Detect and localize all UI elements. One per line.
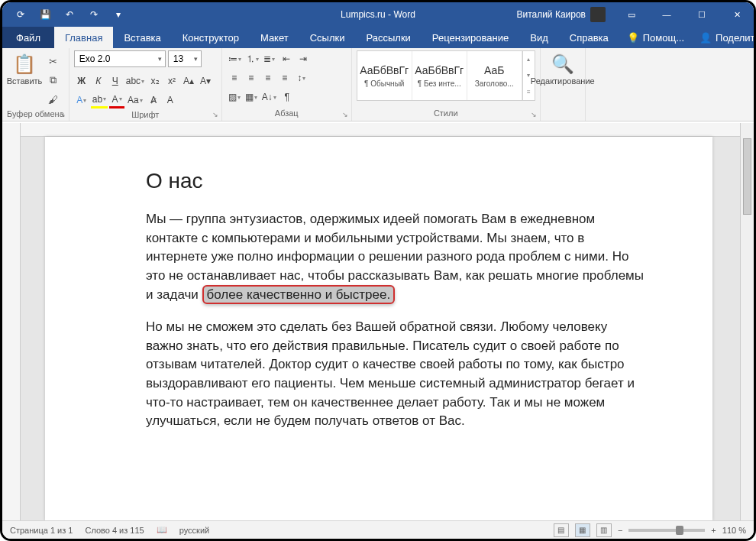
group-clipboard: 📋 Вставить ✂ ⧉ 🖌 Буфер обмена ↘ (2, 48, 69, 121)
ribbon-options-icon[interactable]: ▭ (615, 3, 648, 26)
zoom-level[interactable]: 110 % (722, 526, 746, 535)
bullets-button[interactable]: ≔ (227, 50, 243, 67)
tab-review[interactable]: Рецензирование (422, 27, 519, 48)
italic-button[interactable]: К (91, 73, 106, 89)
lightbulb-icon: 💡 (627, 32, 639, 44)
page-count[interactable]: Страница 1 из 1 (10, 526, 73, 535)
save-icon[interactable]: 💾 (34, 4, 56, 25)
shading-button[interactable]: ▨ (227, 89, 242, 105)
account-user[interactable]: Виталий Каиров (509, 7, 613, 22)
doc-paragraph-2: Но мы не сможем это сделать без Вашей об… (146, 318, 645, 431)
zoom-in-icon[interactable]: + (711, 526, 716, 535)
autosave-icon[interactable]: ⟳ (10, 4, 31, 25)
ruler-horizontal[interactable] (21, 123, 740, 137)
editing-label: Редактирование (531, 76, 595, 86)
close-icon[interactable]: ✕ (720, 3, 754, 26)
word-count[interactable]: Слово 4 из 115 (85, 526, 144, 535)
editing-button[interactable]: 🔍 Редактирование (545, 50, 580, 86)
document-title: Lumpics.ru - Word (341, 9, 415, 20)
scroll-thumb[interactable] (743, 138, 751, 215)
tab-mailings[interactable]: Рассылки (355, 27, 421, 48)
justify-button[interactable]: ≡ (277, 70, 292, 86)
align-left-button[interactable]: ≡ (227, 70, 242, 86)
increase-indent-button[interactable]: ⇥ (296, 50, 311, 67)
superscript-button[interactable]: x² (164, 73, 179, 89)
ruler-vertical[interactable] (2, 123, 21, 520)
group-paragraph: ≔ ⒈ ≣ ⇤ ⇥ ≡ ≡ ≡ ≡ ↕ ▨ ▦ A↓ ¶ Абзац ↘ (222, 48, 352, 121)
font-name-combo[interactable]: Exo 2.0 (74, 50, 166, 67)
multilevel-button[interactable]: ≣ (262, 50, 277, 67)
cut-icon[interactable]: ✂ (44, 53, 61, 70)
text-effects-button[interactable]: A (74, 92, 89, 109)
font-launcher-icon[interactable]: ↘ (211, 110, 220, 119)
clipboard-launcher-icon[interactable]: ↘ (58, 110, 67, 119)
maximize-icon[interactable]: ☐ (685, 3, 719, 26)
decrease-indent-button[interactable]: ⇤ (279, 50, 294, 67)
underline-button[interactable]: Ч (108, 73, 123, 89)
tab-insert[interactable]: Вставка (113, 27, 171, 48)
grow-font-button[interactable]: A▴ (181, 73, 196, 89)
subscript-button[interactable]: x₂ (147, 73, 163, 89)
shrink-font-button[interactable]: A▾ (198, 73, 213, 89)
change-case-button[interactable]: Aa (126, 92, 144, 109)
find-icon: 🔍 (551, 53, 574, 75)
clipboard-icon: 📋 (13, 53, 36, 75)
status-bar: Страница 1 из 1 Слово 4 из 115 📖 русский… (2, 520, 754, 539)
style-normal[interactable]: АаБбВвГг¶ Обычный (357, 51, 412, 100)
bold-button[interactable]: Ж (74, 73, 89, 89)
minimize-icon[interactable]: — (650, 3, 683, 26)
zoom-slider[interactable] (628, 529, 705, 532)
sort-button[interactable]: A↓ (260, 89, 278, 105)
group-editing: 🔍 Редактирование (541, 48, 586, 121)
qat-customize-icon[interactable]: ▾ (108, 4, 129, 25)
group-styles-label: Стили (357, 107, 535, 121)
read-mode-icon[interactable]: ▤ (554, 523, 569, 537)
style-no-spacing[interactable]: АаБбВвГг¶ Без инте... (412, 51, 467, 100)
align-right-button[interactable]: ≡ (260, 70, 276, 86)
style-heading1[interactable]: АаБЗаголово... (467, 51, 522, 100)
paste-button[interactable]: 📋 Вставить (7, 50, 42, 86)
styles-more-icon[interactable]: ▴▾≡ (522, 51, 535, 100)
share-label: Поделиться (716, 32, 756, 44)
tab-design[interactable]: Конструктор (172, 27, 250, 48)
align-center-button[interactable]: ≡ (244, 70, 259, 86)
tab-layout[interactable]: Макет (250, 27, 299, 48)
redo-icon[interactable]: ↷ (83, 4, 105, 25)
line-spacing-button[interactable]: ↕ (294, 70, 309, 86)
doc-heading: О нас (146, 169, 645, 193)
highlighted-selection: более качественно и быстрее. (202, 285, 396, 304)
numbering-button[interactable]: ⒈ (244, 50, 260, 67)
scrollbar-vertical[interactable] (740, 123, 754, 520)
document-page[interactable]: О нас Мы — группа энтузиастов, одержимых… (45, 137, 712, 520)
spellcheck-icon[interactable]: 📖 (157, 525, 167, 535)
tell-me[interactable]: 💡Помощ... (619, 27, 692, 48)
web-layout-icon[interactable]: ▥ (596, 523, 612, 537)
tab-references[interactable]: Ссылки (299, 27, 356, 48)
highlight-button[interactable]: ab (91, 92, 108, 109)
share-button[interactable]: 👤Поделиться (692, 27, 756, 48)
borders-button[interactable]: ▦ (244, 89, 259, 105)
grow-a-button[interactable]: A (163, 92, 178, 109)
print-layout-icon[interactable]: ▦ (575, 523, 590, 537)
font-size-combo[interactable]: 13 (168, 50, 202, 67)
format-painter-icon[interactable]: 🖌 (44, 91, 61, 108)
font-color-button[interactable]: A (109, 92, 124, 109)
share-icon: 👤 (699, 32, 712, 44)
show-marks-button[interactable]: ¶ (279, 89, 295, 105)
strike-button[interactable]: abc (124, 73, 146, 89)
tab-file[interactable]: Файл (2, 27, 54, 48)
clear-formatting-button[interactable]: A̷ (146, 92, 161, 109)
doc-paragraph-1: Мы — группа энтузиастов, одержимых идеей… (146, 210, 645, 304)
tab-help[interactable]: Справка (559, 27, 619, 48)
tab-view[interactable]: Вид (519, 27, 559, 48)
undo-icon[interactable]: ↶ (59, 4, 80, 25)
zoom-out-icon[interactable]: − (618, 526, 622, 535)
language-status[interactable]: русский (179, 526, 209, 535)
tab-home[interactable]: Главная (54, 27, 113, 48)
group-font: Exo 2.0 13 Ж К Ч abc x₂ x² A▴ A▾ A ab A … (69, 48, 222, 121)
copy-icon[interactable]: ⧉ (44, 72, 61, 89)
styles-gallery[interactable]: АаБбВвГг¶ Обычный АаБбВвГг¶ Без инте... … (357, 50, 535, 101)
para-launcher-icon[interactable]: ↘ (341, 110, 350, 119)
styles-launcher-icon[interactable]: ↘ (529, 110, 538, 119)
user-name: Виталий Каиров (516, 9, 586, 20)
